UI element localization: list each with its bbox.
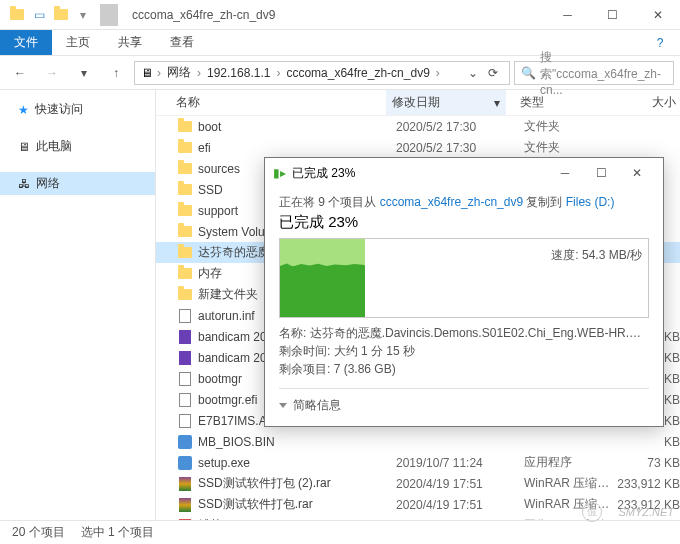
copy-description: 正在将 9 个项目从 cccoma_x64fre_zh-cn_dv9 复制到 F… xyxy=(279,194,649,211)
address-bar[interactable]: 🖥 › 网络 › 192.168.1.1 › cccoma_x64fre_zh-… xyxy=(134,61,510,85)
chevron-right-icon[interactable]: › xyxy=(197,66,201,80)
addr-dropdown-icon[interactable]: ⌄ xyxy=(463,66,483,80)
col-date[interactable]: 修改日期▾ xyxy=(386,90,506,115)
file-size: 233,912 KB xyxy=(610,477,680,491)
dialog-close-button[interactable]: ✕ xyxy=(619,159,655,187)
tree-label: 网络 xyxy=(36,175,60,192)
new-folder-icon[interactable] xyxy=(52,4,70,26)
speed-chart: 速度: 54.3 MB/秒 xyxy=(279,238,649,318)
chart-progress-dark xyxy=(280,266,365,317)
more-details-toggle[interactable]: 简略信息 xyxy=(279,388,649,414)
bdc-icon xyxy=(176,351,194,365)
table-row[interactable]: boot2020/5/2 17:30文件夹 xyxy=(156,116,680,137)
network-icon: 🖥 xyxy=(141,66,153,80)
src-link[interactable]: cccoma_x64fre_zh-cn_dv9 xyxy=(380,195,523,209)
folder-icon xyxy=(176,121,194,132)
table-row[interactable]: SSD测试软件打包 (2).rar2020/4/19 17:51WinRAR 压… xyxy=(156,473,680,494)
status-bar: 20 个项目 选中 1 个项目 xyxy=(0,520,680,544)
quick-access-toolbar: ▭ ▾ xyxy=(8,4,122,26)
file-name: MB_BIOS.BIN xyxy=(198,435,390,449)
network-icon: 🖧 xyxy=(18,177,30,191)
selection-count: 选中 1 个项目 xyxy=(81,524,154,541)
file-date: 2020/5/2 17:30 xyxy=(390,120,510,134)
refresh-icon[interactable]: ⟳ xyxy=(483,66,503,80)
tree-label: 此电脑 xyxy=(36,138,72,155)
col-type[interactable]: 类型 xyxy=(506,94,606,111)
file-date: 2020/5/2 17:30 xyxy=(390,141,510,155)
tree-this-pc[interactable]: 🖥此电脑 xyxy=(0,135,155,158)
properties-icon[interactable]: ▭ xyxy=(30,4,48,26)
explorer-icon xyxy=(8,4,26,26)
window-controls: ─ ☐ ✕ xyxy=(545,0,680,30)
file-date: 2020/4/19 17:51 xyxy=(390,498,510,512)
up-button[interactable]: ↑ xyxy=(102,60,130,86)
dialog-titlebar: ▮▸ 已完成 23% ─ ☐ ✕ xyxy=(265,158,663,188)
file-type: 应用程序 xyxy=(510,454,610,471)
chevron-right-icon[interactable]: › xyxy=(276,66,280,80)
copy-icon: ▮▸ xyxy=(273,166,286,180)
col-size[interactable]: 大小 xyxy=(606,94,676,111)
folder-icon xyxy=(176,142,194,153)
folder-icon xyxy=(176,268,194,279)
chart-progress-light xyxy=(280,239,365,266)
crumb-host[interactable]: 192.168.1.1 xyxy=(205,66,272,80)
qat-dropdown-icon[interactable]: ▾ xyxy=(74,4,92,26)
file-name: setup.exe xyxy=(198,456,390,470)
table-row[interactable]: MB_BIOS.BINKB xyxy=(156,431,680,452)
watermark-badge: 值 xyxy=(582,502,602,522)
items-remaining: 7 (3.86 GB) xyxy=(334,362,396,376)
window-title: cccoma_x64fre_zh-cn_dv9 xyxy=(132,8,275,22)
file-name: SSD测试软件打包.rar xyxy=(198,496,390,513)
dst-link[interactable]: Files (D:) xyxy=(566,195,615,209)
maximize-button[interactable]: ☐ xyxy=(590,0,635,30)
minimize-button[interactable]: ─ xyxy=(545,0,590,30)
crumb-root[interactable]: 网络 xyxy=(165,64,193,81)
separator xyxy=(100,4,118,26)
search-box[interactable]: 🔍 搜索"cccoma_x64fre_zh-cn... xyxy=(514,61,674,85)
star-icon: ★ xyxy=(18,103,29,117)
forward-button[interactable]: → xyxy=(38,60,66,86)
col-name[interactable]: 名称 xyxy=(176,94,386,111)
bdc-icon xyxy=(176,330,194,344)
copy-dialog: ▮▸ 已完成 23% ─ ☐ ✕ 正在将 9 个项目从 cccoma_x64fr… xyxy=(264,157,664,427)
exe-icon xyxy=(176,456,194,470)
chevron-right-icon[interactable]: › xyxy=(157,66,161,80)
speed-label: 速度: 54.3 MB/秒 xyxy=(551,247,642,264)
tree-network[interactable]: 🖧网络 xyxy=(0,172,155,195)
file-icon xyxy=(176,393,194,407)
transfer-details: 名称: 达芬奇的恶魔.Davincis.Demons.S01E02.Chi_En… xyxy=(279,324,649,378)
file-name: boot xyxy=(198,120,390,134)
tree-label: 快速访问 xyxy=(35,101,83,118)
dialog-maximize-button[interactable]: ☐ xyxy=(583,159,619,187)
watermark: SMYZ.NET xyxy=(618,506,674,518)
table-row[interactable]: setup.exe2019/10/7 11:24应用程序73 KB xyxy=(156,452,680,473)
file-size: KB xyxy=(610,435,680,449)
recent-dropdown[interactable]: ▾ xyxy=(70,60,98,86)
dialog-body: 正在将 9 个项目从 cccoma_x64fre_zh-cn_dv9 复制到 F… xyxy=(265,188,663,426)
nav-toolbar: ← → ▾ ↑ 🖥 › 网络 › 192.168.1.1 › cccoma_x6… xyxy=(0,56,680,90)
crumb-folder[interactable]: cccoma_x64fre_zh-cn_dv9 xyxy=(284,66,431,80)
file-type: 文件夹 xyxy=(510,139,610,156)
tab-home[interactable]: 主页 xyxy=(52,30,104,55)
back-button[interactable]: ← xyxy=(6,60,34,86)
folder-icon xyxy=(176,289,194,300)
column-headers: 名称 修改日期▾ 类型 大小 xyxy=(156,90,680,116)
close-button[interactable]: ✕ xyxy=(635,0,680,30)
tree-quick-access[interactable]: ★快速访问 xyxy=(0,98,155,121)
file-type: 文件夹 xyxy=(510,118,610,135)
tab-share[interactable]: 共享 xyxy=(104,30,156,55)
file-size: 73 KB xyxy=(610,456,680,470)
file-type: WinRAR 压缩文... xyxy=(510,475,610,492)
dialog-minimize-button[interactable]: ─ xyxy=(547,159,583,187)
table-row[interactable]: efi2020/5/2 17:30文件夹 xyxy=(156,137,680,158)
titlebar: ▭ ▾ cccoma_x64fre_zh-cn_dv9 ─ ☐ ✕ xyxy=(0,0,680,30)
time-remaining: 大约 1 分 15 秒 xyxy=(334,344,415,358)
dialog-title: 已完成 23% xyxy=(292,165,355,182)
search-icon: 🔍 xyxy=(521,66,536,80)
chevron-right-icon[interactable]: › xyxy=(436,66,440,80)
file-icon xyxy=(176,309,194,323)
tab-file[interactable]: 文件 xyxy=(0,30,52,55)
tab-view[interactable]: 查看 xyxy=(156,30,208,55)
folder-icon xyxy=(176,205,194,216)
current-file: 达芬奇的恶魔.Davincis.Demons.S01E02.Chi_Eng.WE… xyxy=(310,326,649,340)
